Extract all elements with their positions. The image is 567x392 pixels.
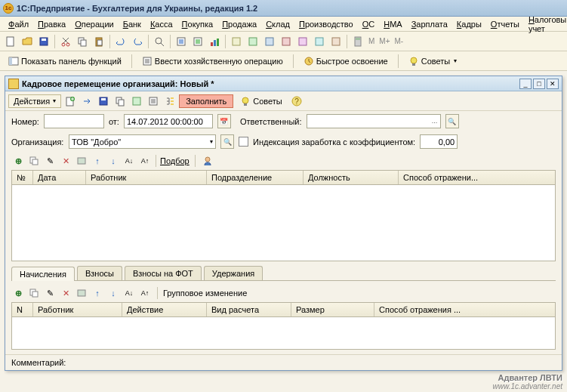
redo-icon[interactable] [130,34,145,49]
menu-proizv[interactable]: Производство [295,18,357,30]
doc-add-icon[interactable] [63,94,78,109]
indexation-checkbox[interactable] [239,137,248,147]
doc-nav-icon[interactable] [79,94,94,109]
maximize-button[interactable]: □ [533,79,545,89]
undo-icon[interactable] [113,34,128,49]
menu-bank[interactable]: Банк [119,18,145,30]
tab-accruals[interactable]: Начисления [11,267,75,281]
copy-icon[interactable] [75,34,90,49]
sort-desc-icon[interactable]: A↑ [138,154,152,168]
col2-worker[interactable]: Работник [33,303,122,316]
responsible-search-button[interactable]: 🔍 [445,114,459,128]
grid2-body[interactable] [12,317,555,349]
doc-list-icon[interactable] [146,94,161,109]
list-icon[interactable] [174,34,189,49]
menu-sklad[interactable]: Склад [262,18,294,30]
doc-tree-icon[interactable] [162,94,177,109]
report7-icon[interactable] [328,34,344,49]
sort-asc-icon[interactable]: A↓ [122,154,136,168]
close-button[interactable]: ✕ [547,79,559,89]
doc-save-icon[interactable] [96,94,111,109]
sort-asc2-icon[interactable]: A↓ [122,286,136,300]
edit-row-icon[interactable]: ✎ [43,154,57,168]
menu-ops[interactable]: Операции [71,18,117,30]
add-row2-icon[interactable]: ⊕ [11,286,25,300]
actions-button[interactable]: Действия [8,94,61,108]
col-n[interactable]: № [12,171,33,184]
menu-kassa[interactable]: Касса [146,18,177,30]
report1-icon[interactable] [229,34,244,49]
delete-row2-icon[interactable]: ✕ [59,286,72,300]
copy-row-icon[interactable] [27,154,41,168]
move-first2-icon[interactable] [75,286,88,300]
doc-copy-icon[interactable] [112,94,128,109]
minimize-button[interactable]: _ [519,79,532,89]
calc-mplus[interactable]: M+ [377,37,391,45]
menu-tax[interactable]: Налоговый учет [525,14,567,35]
show-panel-button[interactable]: Показать панель функций [3,54,127,69]
calc-mminus[interactable]: M- [393,37,405,45]
col-method[interactable]: Способ отражени... [399,171,555,184]
tab-fot-contributions[interactable]: Взносы на ФОТ [125,266,202,280]
col-subdivision[interactable]: Подразделение [207,171,304,184]
grid1-body[interactable] [12,185,555,261]
doc-advice-button[interactable]: Советы [235,94,287,109]
col2-n[interactable]: N [12,303,33,316]
calendar-button[interactable]: 📅 [217,114,231,128]
date-input[interactable]: 14.07.2012 00:00:00 [124,114,213,128]
menu-kadry[interactable]: Кадры [453,18,485,30]
move-first-icon[interactable] [75,154,88,168]
menu-edit[interactable]: Правка [34,18,69,30]
dropdown-icon[interactable]: … [429,118,438,125]
new-doc-icon[interactable] [3,34,18,49]
report3-icon[interactable] [262,34,277,49]
move-down2-icon[interactable]: ↓ [106,286,120,300]
report5-icon[interactable] [295,34,310,49]
menu-os[interactable]: ОС [359,18,379,30]
find-icon[interactable] [152,34,167,49]
responsible-input[interactable]: … [307,114,441,128]
col2-size[interactable]: Размер [291,303,374,316]
org-input[interactable]: ТОВ "Добро"▾ [69,134,216,149]
advice-button[interactable]: Советы ▾ [403,54,462,69]
list2-icon[interactable] [190,34,205,49]
tab-deductions[interactable]: Удержания [204,266,263,280]
sort-desc2-icon[interactable]: A↑ [138,286,152,300]
calc-m[interactable]: M [367,37,376,45]
coefficient-input[interactable]: 0,00 [420,134,458,149]
move-down-icon[interactable]: ↓ [106,154,120,168]
menu-buy[interactable]: Покупка [178,18,217,30]
menu-nma[interactable]: НМА [380,18,405,30]
col2-action[interactable]: Действие [122,303,207,316]
move-up-icon[interactable]: ↑ [91,154,104,168]
number-input[interactable] [44,114,104,128]
dropdown-icon[interactable]: ▾ [207,138,213,145]
report2-icon[interactable] [245,34,260,49]
menu-reports[interactable]: Отчеты [487,18,523,30]
col-worker[interactable]: Работник [86,171,207,184]
delete-row-icon[interactable]: ✕ [59,154,72,168]
open-icon[interactable] [20,34,35,49]
group-change-link[interactable]: Групповое изменение [163,289,247,298]
cut-icon[interactable] [58,34,73,49]
menu-sell[interactable]: Продажа [218,18,260,30]
edit-row2-icon[interactable]: ✎ [43,286,57,300]
menu-file[interactable]: Файл [5,18,32,30]
enter-operation-button[interactable]: Ввести хозяйственную операцию [137,54,288,69]
copy-row2-icon[interactable] [27,286,41,300]
col2-method[interactable]: Способ отражения ... [374,303,555,316]
calc-icon[interactable] [350,34,365,49]
report4-icon[interactable] [279,34,294,49]
tab-contributions[interactable]: Взносы [77,266,122,280]
col-position[interactable]: Должность [304,171,399,184]
save-icon[interactable] [36,34,51,49]
menu-zp[interactable]: Зарплата [408,18,451,30]
fast-learn-button[interactable]: Быстрое освоение [298,54,393,69]
fill-button[interactable]: Заполнить [179,94,233,108]
move-up2-icon[interactable]: ↑ [91,286,104,300]
org-search-button[interactable]: 🔍 [220,134,234,149]
add-row-icon[interactable]: ⊕ [11,154,25,168]
col2-calc-type[interactable]: Вид расчета [207,303,291,316]
report6-icon[interactable] [312,34,327,49]
paste-icon[interactable] [91,34,106,49]
